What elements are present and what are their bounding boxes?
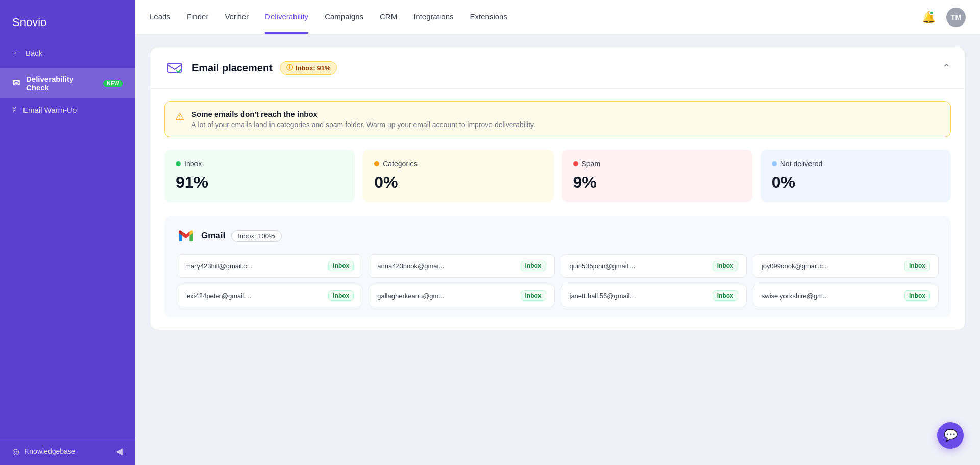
stat-categories: Categories 0% (363, 150, 553, 202)
email-item: lexi424peter@gmail.... Inbox (177, 284, 362, 307)
inbox-percentage-badge: ⓘ Inbox: 91% (280, 61, 337, 75)
sidebar-footer: ◎ Knowledgebase ◀ (0, 437, 135, 465)
email-address: swise.yorkshire@gm... (762, 292, 900, 300)
email-address: quin535john@gmail.... (570, 262, 708, 270)
email-item: anna423hook@gmai... Inbox (369, 254, 554, 278)
stat-inbox: Inbox 91% (164, 150, 355, 202)
email-status-badge: Inbox (328, 290, 354, 301)
info-icon: ⓘ (286, 63, 293, 72)
email-item: joy099cook@gmail.c... Inbox (753, 254, 939, 278)
email-status-badge: Inbox (713, 261, 738, 271)
top-nav-right: 🔔 TM (919, 8, 966, 27)
gmail-inbox-badge: Inbox: 100% (231, 230, 281, 242)
stat-categories-label: Categories (374, 160, 542, 168)
nav-integrations[interactable]: Integrations (413, 1, 453, 34)
knowledgebase-icon: ◎ (12, 447, 19, 456)
nav-crm[interactable]: CRM (380, 1, 397, 34)
stat-not-delivered-value: 0% (772, 173, 940, 192)
nav-finder[interactable]: Finder (187, 1, 209, 34)
email-item: gallagherkeanu@gm... Inbox (369, 284, 554, 307)
chat-icon: 💬 (944, 429, 958, 442)
top-navigation: Leads Finder Verifier Deliverability Cam… (135, 0, 980, 35)
email-placement-icon (164, 58, 185, 78)
stat-inbox-label: Inbox (176, 160, 344, 168)
card-title: Email placement (192, 62, 273, 74)
email-address: janett.hall.56@gmail.... (570, 292, 708, 300)
nav-items: Leads Finder Verifier Deliverability Cam… (150, 0, 507, 34)
stat-not-delivered-label: Not delivered (772, 160, 940, 168)
notification-button[interactable]: 🔔 (919, 8, 938, 27)
logo: Snovio (0, 0, 135, 41)
stat-spam-value: 9% (573, 173, 741, 192)
nav-leads[interactable]: Leads (150, 1, 170, 34)
gmail-logo-icon (177, 227, 195, 245)
stat-inbox-value: 91% (176, 173, 344, 192)
email-status-badge: Inbox (521, 261, 546, 271)
email-item: janett.hall.56@gmail.... Inbox (561, 284, 747, 307)
svg-marker-1 (182, 231, 190, 238)
gmail-header: Gmail Inbox: 100% (177, 227, 939, 245)
page-content: Email placement ⓘ Inbox: 91% ⌃ ⚠ Some em… (135, 35, 980, 465)
email-item: mary423hill@gmail.c... Inbox (177, 254, 362, 278)
email-item: quin535john@gmail.... Inbox (561, 254, 747, 278)
sidebar-item-deliverability-check[interactable]: ✉ Deliverability Check NEW (0, 68, 135, 98)
stat-not-delivered: Not delivered 0% (761, 150, 951, 202)
email-address: joy099cook@gmail.c... (762, 262, 900, 270)
email-placement-card: Email placement ⓘ Inbox: 91% ⌃ ⚠ Some em… (150, 47, 966, 330)
warning-banner: ⚠ Some emails don't reach the inbox A lo… (164, 101, 951, 137)
sidebar-collapse-button[interactable]: ◀ (116, 446, 123, 457)
not-delivered-dot (772, 161, 777, 166)
warning-description: A lot of your emails land in categories … (191, 120, 535, 129)
sidebar: Snovio ← Back ✉ Deliverability Check NEW… (0, 0, 135, 465)
knowledgebase-button[interactable]: ◎ Knowledgebase (12, 447, 76, 456)
spam-dot (573, 161, 578, 166)
user-avatar[interactable]: TM (946, 8, 966, 27)
back-button[interactable]: ← Back (0, 41, 135, 64)
notification-dot (929, 11, 934, 15)
warning-title: Some emails don't reach the inbox (191, 110, 535, 118)
sidebar-nav: ✉ Deliverability Check NEW ♯ Email Warm-… (0, 64, 135, 437)
stat-spam: Spam 9% (562, 150, 752, 202)
fire-icon: ♯ (12, 104, 17, 115)
email-status-badge: Inbox (521, 290, 546, 301)
sidebar-item-email-warm-up[interactable]: ♯ Email Warm-Up (0, 98, 135, 121)
nav-deliverability[interactable]: Deliverability (265, 1, 308, 34)
stats-grid: Inbox 91% Categories 0% (164, 150, 951, 202)
stat-categories-value: 0% (374, 173, 542, 192)
email-grid: mary423hill@gmail.c... Inbox anna423hook… (177, 254, 939, 307)
email-address: lexi424peter@gmail.... (185, 292, 324, 300)
nav-extensions[interactable]: Extensions (470, 1, 507, 34)
email-item: swise.yorkshire@gm... Inbox (753, 284, 939, 307)
collapse-button[interactable]: ⌃ (942, 62, 951, 74)
envelope-icon: ✉ (12, 78, 20, 89)
email-address: mary423hill@gmail.c... (185, 262, 324, 270)
card-header: Email placement ⓘ Inbox: 91% ⌃ (150, 47, 965, 89)
inbox-dot (176, 161, 181, 166)
back-arrow-icon: ← (12, 47, 21, 58)
main-content: Leads Finder Verifier Deliverability Cam… (135, 0, 980, 465)
card-body: ⚠ Some emails don't reach the inbox A lo… (150, 89, 965, 330)
nav-campaigns[interactable]: Campaigns (325, 1, 363, 34)
warning-text-container: Some emails don't reach the inbox A lot … (191, 110, 535, 129)
nav-verifier[interactable]: Verifier (225, 1, 249, 34)
email-status-badge: Inbox (904, 290, 930, 301)
email-address: anna423hook@gmai... (377, 262, 516, 270)
categories-dot (374, 161, 379, 166)
email-address: gallagherkeanu@gm... (377, 292, 516, 300)
email-status-badge: Inbox (904, 261, 930, 271)
gmail-section: Gmail Inbox: 100% mary423hill@gmail.c...… (164, 216, 951, 317)
email-status-badge: Inbox (713, 290, 738, 301)
new-badge: NEW (103, 80, 123, 87)
gmail-name: Gmail (201, 231, 225, 241)
stat-spam-label: Spam (573, 160, 741, 168)
chat-fab-button[interactable]: 💬 (937, 422, 964, 449)
warning-icon: ⚠ (175, 110, 184, 129)
email-status-badge: Inbox (328, 261, 354, 271)
